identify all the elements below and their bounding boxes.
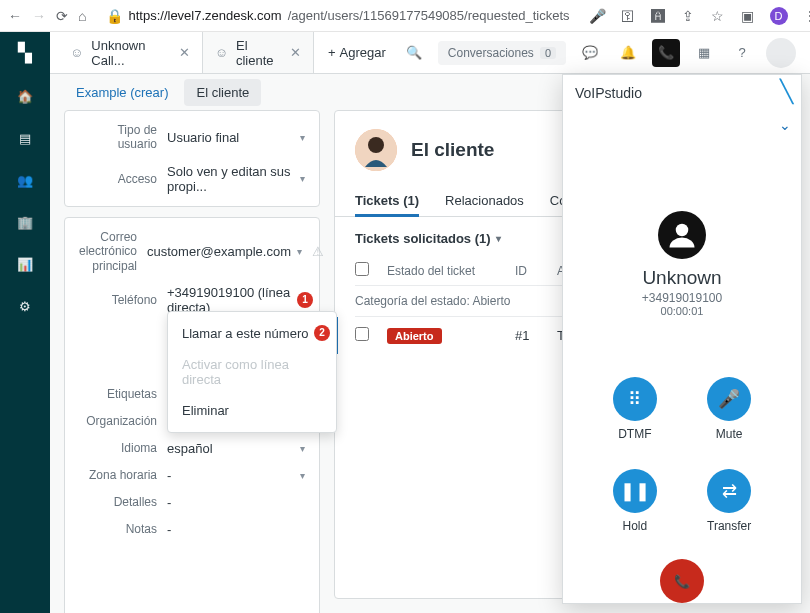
- back-icon[interactable]: ←: [8, 8, 22, 24]
- ticket-id: #1: [515, 328, 539, 343]
- chevron-down-icon[interactable]: ⌄: [779, 117, 791, 133]
- translate-icon[interactable]: 🅰: [650, 8, 666, 24]
- apps-icon[interactable]: ▦: [690, 39, 718, 67]
- add-tab-label: Agregar: [340, 45, 386, 60]
- search-icon[interactable]: 🔍: [400, 39, 428, 67]
- conversations-button[interactable]: Conversaciones 0: [438, 41, 566, 65]
- help-icon[interactable]: ?: [728, 39, 756, 67]
- cti-title: VoIPstudio: [575, 85, 642, 101]
- menu-call-number[interactable]: Llamar a este número 2: [168, 318, 336, 349]
- field-label: Etiquetas: [79, 387, 157, 401]
- browser-toolbar: ← → ⟳ ⌂ 🔒 https://level7.zendesk.com/age…: [0, 0, 810, 32]
- nav-views-icon[interactable]: ▤: [15, 128, 35, 148]
- nav-customers-icon[interactable]: 👥: [15, 170, 35, 190]
- star-icon[interactable]: ☆: [710, 8, 726, 24]
- forward-icon[interactable]: →: [32, 8, 46, 24]
- user-type-select[interactable]: Usuario final▾: [167, 130, 305, 145]
- nav-org-icon[interactable]: 🏢: [15, 212, 35, 232]
- url-bar[interactable]: 🔒 https://level7.zendesk.com/agent/users…: [96, 8, 579, 24]
- reload-icon[interactable]: ⟳: [56, 8, 68, 24]
- col-id: ID: [515, 264, 539, 278]
- chevron-down-icon: ▾: [297, 246, 302, 257]
- email-field[interactable]: customer@example.com ▾ ⚠: [147, 244, 324, 259]
- hold-button[interactable]: ❚❚ Hold: [613, 469, 657, 533]
- phone-field[interactable]: +34919019100 (línea directa) 1 Llamar a …: [167, 285, 305, 315]
- field-label: Correo electrónico principal: [79, 230, 137, 273]
- subtab-el-cliente[interactable]: El cliente: [184, 79, 261, 106]
- extension-icon[interactable]: ▣: [740, 8, 756, 24]
- phone-icon: 📞: [674, 574, 690, 589]
- tab-unknown-caller[interactable]: ☺ Unknown Call... ✕: [58, 32, 203, 73]
- pause-icon: ❚❚: [613, 469, 657, 513]
- svg-point-2: [676, 224, 689, 237]
- hangup-button[interactable]: 📞: [660, 559, 704, 603]
- notes-field[interactable]: -: [167, 522, 305, 537]
- add-tab-button[interactable]: + Agregar: [314, 45, 400, 60]
- warning-icon: ⚠: [312, 244, 324, 259]
- user-avatar[interactable]: [766, 38, 796, 68]
- url-path: /agent/users/11569177549085/requested_ti…: [288, 8, 570, 23]
- mute-button[interactable]: 🎤 Mute: [707, 377, 751, 441]
- menu-delete[interactable]: Eliminar: [168, 395, 336, 426]
- nav-admin-icon[interactable]: ⚙: [15, 296, 35, 316]
- menu-set-direct: Activar como línea directa: [168, 349, 336, 395]
- tab-label: Unknown Call...: [91, 38, 164, 68]
- phone-context-menu: Llamar a este número 2 Activar como líne…: [167, 311, 337, 433]
- details-field[interactable]: -: [167, 495, 305, 510]
- tab-related[interactable]: Relacionados: [445, 185, 524, 216]
- lang-field[interactable]: español▾: [167, 441, 305, 456]
- chevron-down-icon: ▾: [300, 173, 305, 184]
- key-icon[interactable]: ⚿: [620, 8, 636, 24]
- mic-icon[interactable]: 🎤: [590, 8, 606, 24]
- home-icon[interactable]: ⌂: [78, 8, 86, 24]
- caller-name: Unknown: [642, 267, 721, 289]
- tz-field[interactable]: -▾: [167, 468, 305, 483]
- field-label: Detalles: [79, 495, 157, 509]
- status-badge: Abierto: [387, 328, 442, 344]
- user-details-panel: Tipo de usuario Usuario final▾ Acceso So…: [64, 110, 320, 599]
- dtmf-button[interactable]: ⠿ DTMF: [613, 377, 657, 441]
- cti-widget: VoIPstudio ╲ ⌄ Unknown +34919019100 00:0…: [562, 74, 802, 604]
- transfer-button[interactable]: ⇄ Transfer: [707, 469, 751, 533]
- left-nav: ▚ 🏠 ▤ 👥 🏢 📊 ⚙: [0, 32, 50, 613]
- chevron-down-icon: ▾: [300, 132, 305, 143]
- caller-avatar-icon: [658, 211, 706, 259]
- user-icon: ☺: [70, 45, 83, 60]
- dialpad-icon: ⠿: [613, 377, 657, 421]
- svg-point-1: [368, 137, 384, 153]
- call-timer: 00:00:01: [661, 305, 704, 317]
- phone-icon[interactable]: 📞: [652, 39, 680, 67]
- field-label: Tipo de usuario: [79, 123, 157, 152]
- chevron-down-icon: ▾: [300, 470, 305, 481]
- subtab-example[interactable]: Example (crear): [64, 79, 180, 106]
- field-label: Idioma: [79, 441, 157, 455]
- cti-logo-icon: ╲: [780, 79, 793, 105]
- tab-tickets[interactable]: Tickets (1): [355, 185, 419, 216]
- nav-reports-icon[interactable]: 📊: [15, 254, 35, 274]
- conversations-label: Conversaciones: [448, 46, 534, 60]
- field-label: Organización: [79, 414, 157, 428]
- select-all-checkbox[interactable]: [355, 262, 369, 276]
- profile-avatar[interactable]: D: [770, 7, 788, 25]
- field-label: Notas: [79, 522, 157, 536]
- chat-icon[interactable]: 💬: [576, 39, 604, 67]
- tab-el-cliente[interactable]: ☺ El cliente ✕: [203, 32, 314, 73]
- menu-icon[interactable]: ⋮: [802, 8, 810, 24]
- close-icon[interactable]: ✕: [179, 45, 190, 60]
- profile-name: El cliente: [411, 139, 494, 161]
- close-icon[interactable]: ✕: [290, 45, 301, 60]
- bell-icon[interactable]: 🔔: [614, 39, 642, 67]
- access-select[interactable]: Solo ven y editan sus propi...▾: [167, 164, 305, 194]
- lock-icon: 🔒: [106, 8, 122, 24]
- share-icon[interactable]: ⇪: [680, 8, 696, 24]
- col-state: Estado del ticket: [387, 264, 497, 278]
- row-checkbox[interactable]: [355, 327, 369, 341]
- zendesk-logo-icon[interactable]: ▚: [18, 42, 32, 64]
- chevron-down-icon: ▾: [496, 233, 501, 244]
- nav-home-icon[interactable]: 🏠: [15, 86, 35, 106]
- step-badge-1: 1: [297, 292, 313, 308]
- field-label: Zona horaria: [79, 468, 157, 482]
- step-badge-2: 2: [314, 325, 330, 341]
- field-label: Acceso: [79, 172, 157, 186]
- workspace-tabs: ☺ Unknown Call... ✕ ☺ El cliente ✕ + Agr…: [50, 32, 810, 74]
